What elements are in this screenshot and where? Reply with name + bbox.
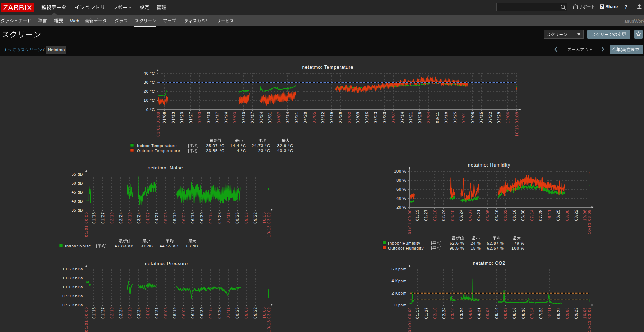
svg-text:0 ppm: 0 ppm [394, 303, 406, 307]
svg-text:06/02: 06/02 [181, 307, 186, 319]
svg-text:Share: Share [606, 4, 618, 9]
svg-text:03/10: 03/10 [242, 112, 246, 123]
svg-text:47.83 dB: 47.83 dB [115, 244, 134, 248]
svg-text:0.99 KhPa: 0.99 KhPa [62, 294, 83, 298]
svg-text:09/29: 09/29 [497, 112, 501, 123]
svg-text:20 °C: 20 °C [144, 89, 155, 94]
svg-text:79 %: 79 % [514, 241, 525, 245]
svg-text:06/16: 06/16 [512, 209, 516, 221]
svg-text:08/11: 08/11 [226, 307, 230, 318]
svg-text:netatmo: Temperature: netatmo: Temperature [302, 64, 354, 70]
svg-text:07/14: 07/14 [400, 112, 404, 123]
svg-text:asusWorks: asusWorks [624, 18, 644, 24]
svg-text:03/10: 03/10 [450, 209, 455, 221]
svg-text:06/30: 06/30 [521, 209, 525, 221]
svg-text:4 °C: 4 °C [237, 149, 246, 153]
svg-text:09/22: 09/22 [253, 307, 257, 319]
svg-text:05/19: 05/19 [330, 112, 334, 123]
svg-text:07/14: 07/14 [530, 209, 534, 221]
svg-text:01/20: 01/20 [180, 112, 184, 123]
svg-text:02/17: 02/17 [215, 112, 219, 123]
svg-text:08/25: 08/25 [556, 209, 560, 221]
svg-text:10/13 03:09: 10/13 03:09 [267, 307, 271, 332]
svg-text:20 %: 20 % [396, 205, 406, 209]
svg-text:01/13: 01/13 [92, 307, 96, 319]
svg-text:05/19: 05/19 [494, 307, 499, 319]
svg-text:55 dB: 55 dB [72, 172, 83, 176]
svg-text:08/25: 08/25 [235, 307, 239, 319]
svg-text:Outdoor Humidity: Outdoor Humidity [388, 246, 424, 250]
svg-text:03/24: 03/24 [259, 112, 263, 123]
svg-text:04/21: 04/21 [477, 209, 481, 221]
svg-text:01/01 00:00: 01/01 00:00 [408, 209, 412, 235]
svg-text:40 %: 40 % [396, 196, 406, 200]
svg-text:07/28: 07/28 [217, 212, 222, 224]
svg-text:09/08: 09/08 [565, 209, 569, 221]
svg-text:01/06: 01/06 [162, 112, 166, 123]
svg-text:01/27: 01/27 [101, 307, 105, 319]
svg-text:05/05: 05/05 [164, 212, 168, 224]
svg-text:08/11: 08/11 [547, 209, 552, 221]
svg-text:Indoor Humidity: Indoor Humidity [388, 241, 420, 245]
svg-text:06/02: 06/02 [347, 112, 351, 123]
svg-text:23 °C: 23 °C [258, 149, 270, 153]
svg-text:06/02: 06/02 [503, 209, 507, 221]
svg-text:02/24: 02/24 [441, 209, 446, 221]
svg-text:netatmo: Humidity: netatmo: Humidity [468, 162, 510, 168]
svg-text:09/22: 09/22 [574, 307, 578, 319]
svg-text:02/24: 02/24 [119, 212, 123, 224]
svg-text:Web: Web [70, 18, 79, 23]
svg-text:01/13: 01/13 [171, 112, 175, 123]
svg-text:45 dB: 45 dB [72, 190, 83, 194]
svg-text:02/24: 02/24 [119, 307, 123, 319]
svg-text:05/19: 05/19 [494, 209, 499, 221]
svg-text:04/07: 04/07 [146, 212, 150, 224]
svg-text:08/25: 08/25 [235, 212, 239, 224]
svg-text:62.6 %: 62.6 % [450, 241, 464, 245]
svg-text:01/01 00:00: 01/01 00:00 [84, 307, 88, 332]
svg-text:43.3 °C: 43.3 °C [277, 149, 293, 153]
svg-text:01/13: 01/13 [415, 307, 419, 319]
svg-text:0.97 KhPa: 0.97 KhPa [62, 303, 83, 307]
svg-text:05/05: 05/05 [164, 307, 168, 319]
svg-text:09/08: 09/08 [565, 307, 569, 319]
svg-text:01/27: 01/27 [101, 212, 105, 224]
svg-text:09/22: 09/22 [574, 209, 578, 221]
svg-text:01/27: 01/27 [424, 307, 428, 319]
svg-text:23.85 °C: 23.85 °C [206, 149, 225, 153]
svg-text:07/28: 07/28 [538, 209, 543, 221]
svg-text:06/16: 06/16 [365, 112, 369, 123]
svg-text:08/04: 08/04 [426, 112, 431, 123]
svg-text:05/05: 05/05 [312, 112, 316, 123]
svg-text:08/25: 08/25 [556, 307, 561, 319]
svg-text:10/13 03:09: 10/13 03:09 [267, 212, 271, 237]
svg-text:30 °C: 30 °C [144, 80, 155, 85]
svg-text:06/02: 06/02 [503, 307, 507, 319]
svg-text:4 Kppm: 4 Kppm [391, 279, 406, 283]
svg-text:08/11: 08/11 [547, 307, 552, 319]
svg-text:06/16: 06/16 [190, 307, 195, 319]
svg-text:07/14: 07/14 [530, 307, 534, 319]
svg-text:07/21: 07/21 [409, 112, 413, 123]
svg-text:08/25: 08/25 [453, 112, 457, 123]
svg-text:02/03: 02/03 [197, 112, 202, 123]
svg-text:01/01 00:00: 01/01 00:00 [84, 212, 88, 237]
svg-text:01/27: 01/27 [424, 209, 428, 221]
svg-text:09/08: 09/08 [470, 112, 475, 123]
svg-text:05/19: 05/19 [172, 212, 177, 224]
svg-text:10/13 03:09: 10/13 03:09 [587, 307, 592, 332]
svg-text:35 dB: 35 dB [72, 208, 83, 212]
svg-text:07/28: 07/28 [217, 307, 222, 319]
svg-text:02/10: 02/10 [206, 112, 211, 123]
svg-text:14.4 °C: 14.4 °C [230, 144, 246, 148]
svg-text:02/10: 02/10 [433, 209, 437, 221]
svg-text:05/12: 05/12 [321, 112, 325, 123]
svg-text:02/24: 02/24 [442, 307, 446, 319]
svg-text:25.07 °C: 25.07 °C [206, 144, 225, 148]
svg-text:100 %: 100 % [511, 246, 525, 250]
svg-text:02/10: 02/10 [433, 307, 437, 319]
svg-text:netatmo: Pressure: netatmo: Pressure [145, 261, 188, 266]
svg-text:10/06: 10/06 [262, 307, 266, 319]
svg-text:10 °C: 10 °C [144, 98, 155, 103]
svg-text:98.5 %: 98.5 % [450, 246, 464, 250]
